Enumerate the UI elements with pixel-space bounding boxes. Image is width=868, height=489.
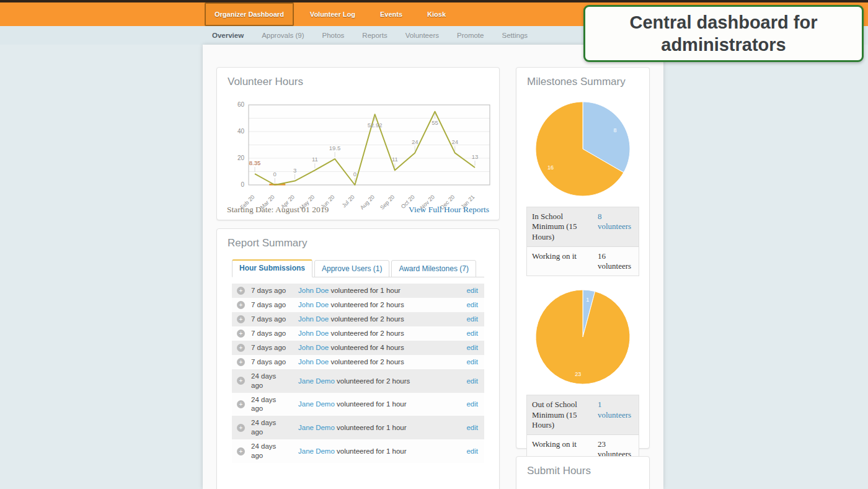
user-link[interactable]: John Doe: [298, 344, 329, 351]
svg-text:11: 11: [312, 156, 318, 163]
report-summary-tabs: Hour Submissions Approve Users (1) Award…: [232, 259, 484, 277]
plus-circle-icon[interactable]: +: [237, 424, 245, 432]
out-of-school-table: Out of School Minimum (15 Hours) 1 volun…: [526, 395, 639, 464]
plus-circle-icon[interactable]: +: [237, 400, 245, 408]
edit-link[interactable]: edit: [461, 447, 478, 455]
plus-circle-icon[interactable]: +: [237, 377, 245, 385]
svg-text:24: 24: [451, 138, 458, 145]
user-link[interactable]: John Doe: [298, 287, 329, 294]
submission-action: volunteered for 1 hour: [335, 447, 407, 455]
submission-text: John Doe volunteered for 4 hours: [298, 344, 461, 351]
svg-text:8: 8: [613, 127, 616, 133]
plus-circle-icon[interactable]: +: [237, 330, 245, 338]
user-link[interactable]: Jane Demo: [298, 424, 335, 431]
milestone-volunteers-link[interactable]: 1 volunteers: [594, 395, 639, 434]
svg-text:24: 24: [412, 138, 418, 145]
volunteer-hours-card: Volunteer Hours 02040608.35031119.5052.9…: [216, 67, 500, 220]
volunteer-hours-line-chart: 02040608.35031119.5052.921124552413Feb 2…: [226, 101, 492, 209]
edit-link[interactable]: edit: [461, 287, 478, 294]
submission-text: Jane Demo volunteered for 1 hour: [298, 400, 461, 408]
subnav-overview[interactable]: Overview: [212, 32, 244, 39]
user-link[interactable]: John Doe: [298, 330, 329, 337]
out-of-school-pie-chart: 123: [533, 287, 632, 387]
submission-time: 24 days ago: [251, 418, 290, 437]
user-link[interactable]: Jane Demo: [298, 377, 335, 385]
svg-text:11: 11: [392, 156, 398, 163]
edit-link[interactable]: edit: [461, 400, 478, 408]
starting-date-label: Starting Date: August 01 2019: [227, 205, 329, 215]
svg-text:0: 0: [241, 181, 244, 188]
subnav-volunteers[interactable]: Volunteers: [405, 32, 439, 39]
user-link[interactable]: John Doe: [298, 301, 329, 308]
edit-link[interactable]: edit: [461, 424, 478, 431]
edit-link[interactable]: edit: [461, 344, 478, 351]
nav-kiosk[interactable]: Kiosk: [418, 2, 454, 26]
subnav-photos[interactable]: Photos: [322, 32, 345, 39]
submission-text: Jane Demo volunteered for 1 hour: [298, 424, 461, 431]
nav-events[interactable]: Events: [371, 2, 411, 26]
view-full-hour-reports-link[interactable]: View Full Hour Reports: [409, 205, 489, 215]
user-link[interactable]: John Doe: [298, 315, 329, 323]
submission-time: 7 days ago: [251, 315, 290, 324]
plus-circle-icon[interactable]: +: [237, 358, 245, 366]
submission-text: John Doe volunteered for 1 hour: [298, 287, 461, 294]
milestones-summary-card: Milestones Summary 816 In School Minimum…: [516, 67, 650, 449]
tab-award-milestones[interactable]: Award Milestones (7): [391, 260, 476, 277]
subnav-promote[interactable]: Promote: [457, 32, 484, 39]
svg-text:60: 60: [237, 101, 245, 108]
milestone-label: In School Minimum (15 Hours): [527, 207, 594, 246]
tab-approve-users[interactable]: Approve Users (1): [314, 260, 389, 277]
svg-text:1: 1: [586, 297, 589, 303]
user-link[interactable]: John Doe: [298, 358, 329, 366]
subnav-approvals[interactable]: Approvals (9): [262, 32, 304, 39]
nav-organizer-dashboard[interactable]: Organizer Dashboard: [205, 2, 294, 26]
milestone-label: Out of School Minimum (15 Hours): [527, 395, 594, 434]
nav-volunteer-log[interactable]: Volunteer Log: [301, 2, 364, 26]
subnav-settings[interactable]: Settings: [502, 32, 528, 39]
table-row: Working on it 16 volunteers: [527, 247, 639, 276]
subnav-reports[interactable]: Reports: [362, 32, 387, 39]
plus-circle-icon[interactable]: +: [237, 301, 245, 309]
submission-action: volunteered for 4 hours: [329, 344, 404, 351]
svg-text:19.5: 19.5: [329, 145, 341, 151]
hour-submission-row: + 24 days ago Jane Demo volunteered for …: [232, 416, 484, 439]
submission-time: 7 days ago: [251, 329, 290, 338]
user-link[interactable]: Jane Demo: [298, 447, 335, 455]
submission-time: 7 days ago: [251, 286, 290, 295]
hour-submission-row: + 7 days ago John Doe volunteered for 2 …: [232, 298, 484, 312]
submission-text: Jane Demo volunteered for 1 hour: [298, 447, 461, 455]
plus-circle-icon[interactable]: +: [237, 344, 245, 352]
submission-time: 7 days ago: [251, 343, 290, 352]
submission-action: volunteered for 2 hours: [335, 377, 410, 385]
tab-hour-submissions[interactable]: Hour Submissions: [232, 259, 312, 277]
hour-submission-row: + 24 days ago Jane Demo volunteered for …: [232, 369, 484, 393]
submission-action: volunteered for 2 hours: [329, 315, 404, 323]
plus-circle-icon[interactable]: +: [237, 315, 245, 323]
edit-link[interactable]: edit: [461, 315, 478, 323]
edit-link[interactable]: edit: [461, 330, 478, 337]
milestone-volunteers-link[interactable]: 8 volunteers: [594, 207, 639, 246]
svg-text:3: 3: [293, 167, 296, 174]
svg-text:0: 0: [353, 171, 356, 177]
svg-text:13: 13: [472, 153, 479, 160]
submission-action: volunteered for 1 hour: [335, 424, 407, 431]
volunteer-hours-title: Volunteer Hours: [217, 68, 499, 88]
submit-hours-card: Submit Hours: [516, 456, 650, 489]
report-summary-title: Report Summary: [217, 229, 499, 249]
plus-circle-icon[interactable]: +: [237, 447, 245, 455]
user-link[interactable]: Jane Demo: [298, 400, 335, 408]
milestones-summary-title: Milestones Summary: [516, 68, 649, 88]
svg-text:55: 55: [432, 119, 438, 126]
hour-submission-row: + 24 days ago Jane Demo volunteered for …: [232, 439, 484, 463]
svg-text:52.92: 52.92: [368, 122, 383, 128]
svg-text:20: 20: [237, 155, 245, 161]
submission-action: volunteered for 1 hour: [329, 287, 401, 294]
hour-submission-row: + 7 days ago John Doe volunteered for 2 …: [232, 326, 484, 341]
edit-link[interactable]: edit: [461, 377, 478, 385]
svg-text:40: 40: [237, 128, 245, 135]
edit-link[interactable]: edit: [461, 301, 478, 308]
edit-link[interactable]: edit: [461, 358, 478, 366]
hour-submission-row: + 24 days ago Jane Demo volunteered for …: [232, 393, 484, 416]
plus-circle-icon[interactable]: +: [237, 287, 245, 295]
report-summary-card: Report Summary Hour Submissions Approve …: [216, 228, 500, 489]
